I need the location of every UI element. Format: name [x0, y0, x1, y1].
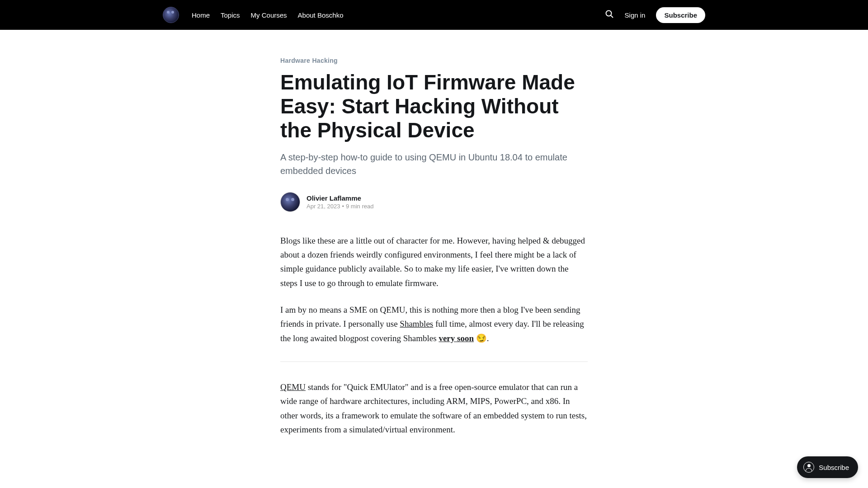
byline-text: Olivier Laflamme Apr 21, 2023•9 min read [307, 194, 373, 210]
meta-separator: • [342, 203, 344, 210]
header-inner: Home Topics My Courses About Boschko Sig… [163, 7, 705, 23]
svg-point-0 [606, 11, 611, 16]
qemu-link[interactable]: QEMU [280, 382, 306, 392]
section-divider [280, 361, 588, 362]
primary-nav: Home Topics My Courses About Boschko [192, 11, 343, 19]
nav-home[interactable]: Home [192, 11, 210, 19]
author-avatar[interactable] [280, 192, 300, 212]
paragraph: Blogs like these are a little out of cha… [280, 234, 588, 290]
article-title: Emulating IoT Firmware Made Easy: Start … [280, 70, 588, 142]
header-left: Home Topics My Courses About Boschko [163, 7, 343, 23]
paragraph: I am by no means a SME on QEMU, this is … [280, 303, 588, 345]
text: stands for "Quick EMUlator" and is a fre… [280, 382, 587, 434]
site-logo[interactable] [163, 7, 179, 23]
shambles-link[interactable]: Shambles [400, 319, 433, 328]
subscribe-button[interactable]: Subscribe [656, 7, 705, 23]
nav-about[interactable]: About Boschko [298, 11, 344, 19]
publish-date: Apr 21, 2023 [307, 203, 340, 210]
header-right: Sign in Subscribe [605, 7, 705, 23]
paragraph: QEMU stands for "Quick EMUlator" and is … [280, 380, 588, 436]
search-icon[interactable] [605, 9, 614, 20]
article: Hardware Hacking Emulating IoT Firmware … [271, 30, 597, 436]
article-meta: Apr 21, 2023•9 min read [307, 203, 373, 210]
nav-topics[interactable]: Topics [221, 11, 240, 19]
category-link[interactable]: Hardware Hacking [280, 57, 588, 64]
read-time: 9 min read [346, 203, 373, 210]
nav-my-courses[interactable]: My Courses [251, 11, 287, 19]
text: 😏. [474, 333, 489, 343]
author-name[interactable]: Olivier Laflamme [307, 194, 373, 202]
svg-line-1 [611, 15, 613, 18]
article-subtitle: A step-by-step how-to guide to using QEM… [280, 150, 588, 178]
signin-link[interactable]: Sign in [625, 11, 646, 19]
site-header: Home Topics My Courses About Boschko Sig… [0, 0, 868, 30]
article-content: Blogs like these are a little out of cha… [280, 234, 588, 437]
emphasis: very soon [439, 333, 474, 343]
byline: Olivier Laflamme Apr 21, 2023•9 min read [280, 192, 588, 212]
